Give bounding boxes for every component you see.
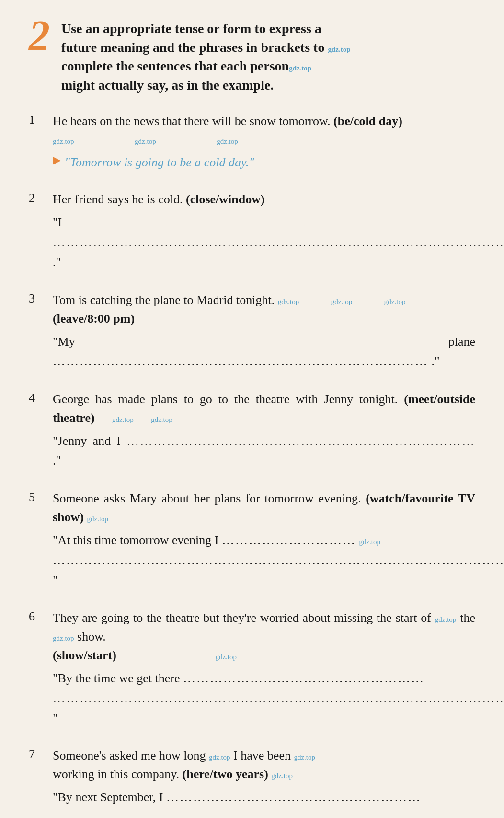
item-number-5: 5	[29, 489, 53, 504]
list-item: 5 Someone asks Mary about her plans for …	[29, 489, 475, 590]
item-number-3: 3	[29, 291, 53, 306]
response-7a: "By next September, I …………………………………………………	[53, 787, 475, 807]
item-number-1: 1	[29, 112, 53, 127]
item-phrase-2: (close/window)	[186, 192, 265, 206]
list-item: 3 Tom is catching the plane to Madrid to…	[29, 291, 475, 372]
dots-6a: ………………………………………………	[183, 671, 424, 685]
response-7b: ……………………………………………………………………………………………… "	[53, 807, 475, 818]
watermark-header2: gdz.top	[289, 64, 311, 72]
response-6b: …………………………………………………………………………………………… "	[53, 688, 475, 728]
watermark-7b: gdz.top	[294, 753, 315, 761]
item-row-7: 7 Someone's asked me how long gdz.top I …	[29, 746, 475, 783]
list-item: 2 Her friend says he is cold. (close/win…	[29, 190, 475, 272]
example-text-1: "Tomorrow is going to be a cold day."	[65, 153, 254, 172]
watermark-7a: gdz.top	[209, 753, 230, 761]
item-text-3: Tom is catching the plane to Madrid toni…	[53, 291, 475, 328]
item-row-2: 2 Her friend says he is cold. (close/win…	[29, 190, 475, 209]
example-answer-1: ▶ "Tomorrow is going to be a cold day."	[53, 153, 475, 172]
item-text-5: Someone asks Mary about her plans for to…	[53, 489, 475, 526]
item-row-4: 4 George has made plans to go to the the…	[29, 390, 475, 427]
response-2: "I …………………………………………………………………………………………… .…	[53, 212, 475, 272]
dots-7b: ………………………………………………………………………………………………	[53, 810, 504, 818]
watermark-6c: gdz.top	[215, 653, 237, 661]
response-3: "My plane ………………………………………………………………………… .…	[53, 332, 475, 372]
item-phrase-6: (show/start)	[53, 648, 116, 662]
task-number: 2	[29, 14, 50, 57]
watermark-6b: gdz.top	[53, 634, 74, 642]
watermark-3b: gdz.top	[331, 298, 353, 305]
arrow-icon-1: ▶	[53, 154, 61, 166]
dots-3: …………………………………………………………………………	[53, 354, 428, 368]
list-item: 6 They are going to the theatre but they…	[29, 608, 475, 728]
response-4: "Jenny and I …………………………………………………………………… …	[53, 431, 475, 471]
exercise-list: 1 He hears on the news that there will b…	[29, 112, 475, 818]
item-text-2: Her friend says he is cold. (close/windo…	[53, 190, 475, 209]
dots-4: ……………………………………………………………………	[126, 434, 475, 448]
watermark-3c: gdz.top	[384, 298, 406, 305]
item-phrase-1: (be/cold day)	[333, 114, 402, 128]
item-number-4: 4	[29, 390, 53, 405]
item-phrase-7: (here/two years)	[183, 767, 268, 781]
list-item: 1 He hears on the news that there will b…	[29, 112, 475, 172]
list-item: 7 Someone's asked me how long gdz.top I …	[29, 746, 475, 818]
dots-5a: …………………………	[222, 533, 356, 547]
watermark-4a: gdz.top	[112, 416, 134, 423]
watermark-1b: gdz.top	[135, 138, 156, 145]
response-6a: "By the time we get there ………………………………………	[53, 668, 475, 689]
watermark-1a: gdz.top	[53, 138, 74, 145]
instruction-line3: complete the sentences that each person	[61, 58, 289, 73]
dots-2: ……………………………………………………………………………………………	[53, 235, 504, 249]
dots-6b: ……………………………………………………………………………………………	[53, 691, 504, 705]
dots-7a: …………………………………………………	[166, 790, 421, 804]
item-row-3: 3 Tom is catching the plane to Madrid to…	[29, 291, 475, 328]
task-header: 2 Use an appropriate tense or form to ex…	[29, 19, 475, 94]
watermark-5: gdz.top	[87, 515, 109, 523]
watermark-1c: gdz.top	[217, 138, 238, 145]
watermark-header1: gdz.top	[328, 46, 350, 53]
response-5a: "At this time tomorrow evening I ……………………	[53, 530, 475, 550]
item-row-1: 1 He hears on the news that there will b…	[29, 112, 475, 149]
item-row-5: 5 Someone asks Mary about her plans for …	[29, 489, 475, 526]
item-number-6: 6	[29, 608, 53, 624]
item-number-2: 2	[29, 190, 53, 205]
item-text-7: Someone's asked me how long gdz.top I ha…	[53, 746, 475, 783]
task-instruction: Use an appropriate tense or form to expr…	[61, 19, 475, 94]
item-text-1: He hears on the news that there will be …	[53, 112, 475, 149]
response-5b: …………………………………………………………………………………………… "	[53, 550, 475, 590]
item-number-7: 7	[29, 746, 53, 761]
dots-5b: ……………………………………………………………………………………………	[53, 553, 504, 567]
item-phrase-3: (leave/8:00 pm)	[53, 312, 135, 326]
item-phrase-5: (watch/favourite TV show)	[53, 491, 475, 524]
instruction-line4: might actually say, as in the example.	[61, 78, 274, 93]
watermark-4b: gdz.top	[151, 416, 172, 423]
instruction-line2: future meaning and the phrases in bracke…	[61, 40, 324, 55]
watermark-6a: gdz.top	[435, 616, 457, 623]
item-row-6: 6 They are going to the theatre but they…	[29, 608, 475, 665]
watermark-7c: gdz.top	[271, 772, 293, 780]
watermark-3a: gdz.top	[278, 298, 299, 305]
item-text-4: George has made plans to go to the theat…	[53, 390, 475, 427]
item-text-6: They are going to the theatre but they'r…	[53, 608, 475, 665]
instruction-line1: Use an appropriate tense or form to expr…	[61, 21, 321, 36]
watermark-5b: gdz.top	[359, 538, 380, 546]
list-item: 4 George has made plans to go to the the…	[29, 390, 475, 471]
